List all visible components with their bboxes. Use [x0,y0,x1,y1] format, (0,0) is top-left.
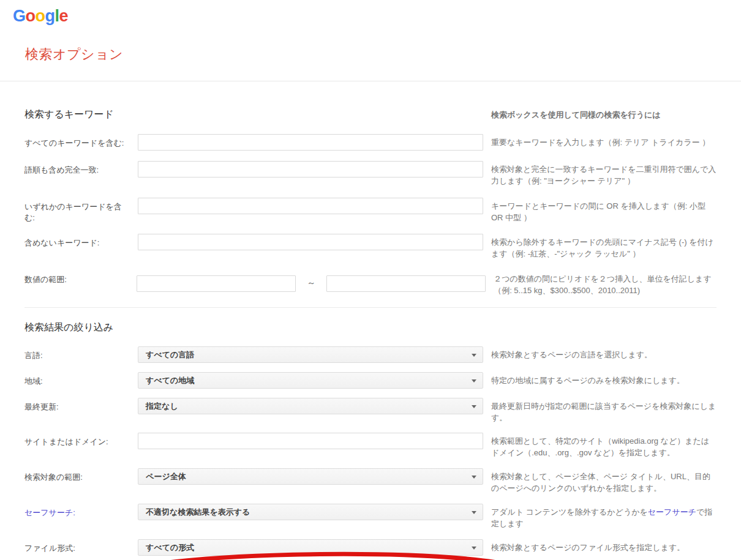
region-hint: 特定の地域に属するページのみを検索対象にします。 [491,372,717,389]
last-update-hint: 最終更新日時が指定の範囲に該当するページを検索対象にします。 [491,398,717,424]
any-keywords-input[interactable] [138,198,483,214]
language-hint: 検索対象とするページの言語を選択します。 [491,346,717,363]
logo-letter: e [59,7,69,25]
row-any-keywords: いずれかのキーワードを含む: キーワードとキーワードの間に OR を挿入します（… [24,198,717,224]
exact-phrase-label: 語順も含め完全一致: [24,161,138,187]
none-keywords-input[interactable] [138,234,483,250]
logo-letter: o [36,7,45,25]
searchbox-help-heading: 検索ボックスを使用して同様の検索を行うには [491,110,717,121]
row-last-update: 最終更新: 指定なし 最終更新日時が指定の範囲に該当するページを検索対象にします… [24,398,717,424]
language-select[interactable]: すべての言語 [138,346,483,363]
keywords-section-heading: 検索するキーワード [24,108,483,120]
refine-section-heading: 検索結果の絞り込み [24,321,488,333]
exact-phrase-hint: 検索対象と完全に一致するキーワードを二重引用符で囲んで入力します（例: "ヨーク… [491,161,717,187]
chevron-down-icon [472,476,476,479]
chevron-down-icon [472,511,476,514]
chevron-down-icon [472,547,476,550]
site-domain-input[interactable] [138,433,483,449]
safesearch-hint: アダルト コンテンツを除外するかどうかをセーフサーチで指定します [491,504,717,530]
number-range-high-input[interactable] [326,275,486,292]
page-header: Google 検索オプション [0,0,741,81]
row-safesearch: セーフサーチ: 不適切な検索結果を表示する アダルト コンテンツを除外するかどう… [24,504,717,530]
chevron-down-icon [472,354,476,357]
page-title: 検索オプション [25,47,741,62]
last-update-select[interactable]: 指定なし [138,398,483,414]
none-keywords-hint: 検索から除外するキーワードの先頭にマイナス記号 (-) を付けます（例: -紅茶… [491,234,717,260]
terms-appearing-hint: 検索対象として、ページ全体、ページ タイトル、URL、目的のページへのリンクのい… [491,468,717,495]
row-region: 地域: すべての地域 特定の地域に属するページのみを検索対象にします。 [24,372,717,389]
row-exact-phrase: 語順も含め完全一致: 検索対象と完全に一致するキーワードを二重引用符で囲んで入力… [24,161,717,187]
all-keywords-hint: 重要なキーワードを入力します（例: テリア トライカラー ） [491,134,717,151]
number-range-label: 数値の範囲: [24,271,137,297]
file-type-select[interactable]: すべての形式 [138,539,483,556]
terms-appearing-select-value: ページ全体 [146,472,186,481]
google-logo[interactable]: Google [0,0,741,24]
file-type-hint: 検索対象とするページのファイル形式を指定します。 [491,539,717,556]
number-range-hint: ２つの数値の間にピリオドを２つ挿入し、単位を付記します（例: 5..15 kg、… [494,271,717,297]
terms-appearing-select[interactable]: ページ全体 [138,468,483,485]
region-select-value: すべての地域 [146,376,194,385]
row-all-keywords: すべてのキーワードを含む: 重要なキーワードを入力します（例: テリア トライカ… [24,134,717,151]
region-label: 地域: [24,372,138,389]
any-keywords-label: いずれかのキーワードを含む: [24,198,138,224]
row-file-type: ファイル形式: すべての形式 検索対象とするページのファイル形式を指定します。 [24,539,717,556]
row-terms-appearing: 検索対象の範囲: ページ全体 検索対象として、ページ全体、ページ タイトル、UR… [24,468,717,495]
safesearch-label-link[interactable]: セーフサーチ: [24,504,138,530]
all-keywords-input[interactable] [138,134,483,151]
row-site-domain: サイトまたはドメイン: 検索範囲として、特定のサイト（wikipedia.org… [24,433,717,459]
language-label: 言語: [24,346,138,363]
site-domain-label: サイトまたはドメイン: [24,433,138,459]
safesearch-hint-link[interactable]: セーフサーチ [648,507,696,517]
logo-letter: G [13,7,26,25]
safesearch-select-value: 不適切な検索結果を表示する [146,507,250,517]
exact-phrase-input[interactable] [138,161,483,177]
last-update-select-value: 指定なし [146,401,178,411]
safesearch-hint-text: アダルト コンテンツを除外するかどうかを [491,507,648,517]
last-update-label: 最終更新: [24,398,138,424]
logo-letter: o [26,7,36,25]
region-select[interactable]: すべての地域 [138,372,483,389]
logo-letter: l [55,7,59,25]
any-keywords-hint: キーワードとキーワードの間に OR を挿入します（例: 小型 OR 中型 ） [491,198,717,224]
file-type-label: ファイル形式: [24,539,138,556]
all-keywords-label: すべてのキーワードを含む: [24,134,138,151]
terms-appearing-label: 検索対象の範囲: [24,468,138,495]
section-refine: 検索結果の絞り込み 言語: すべての言語 検索対象とするページの言語を選択します… [0,308,741,560]
chevron-down-icon [472,405,476,408]
row-none-keywords: 含めないキーワード: 検索から除外するキーワードの先頭にマイナス記号 (-) を… [24,234,717,260]
row-language: 言語: すべての言語 検索対象とするページの言語を選択します。 [24,346,717,363]
none-keywords-label: 含めないキーワード: [24,234,138,260]
language-select-value: すべての言語 [146,350,194,359]
row-number-range: 数値の範囲: ～ ２つの数値の間にピリオドを２つ挿入し、単位を付記します（例: … [24,271,717,297]
chevron-down-icon [472,379,476,383]
safesearch-select[interactable]: 不適切な検索結果を表示する [138,504,483,520]
range-tilde-separator: ～ [296,278,326,289]
section-keywords: 検索するキーワード 検索ボックスを使用して同様の検索を行うには すべてのキーワー… [0,81,741,297]
site-domain-hint: 検索範囲として、特定のサイト（wikipedia.org など）またはドメイン（… [491,433,717,459]
number-range-low-input[interactable] [137,275,296,292]
file-type-select-value: すべての形式 [146,543,194,552]
logo-letter: g [45,7,55,25]
